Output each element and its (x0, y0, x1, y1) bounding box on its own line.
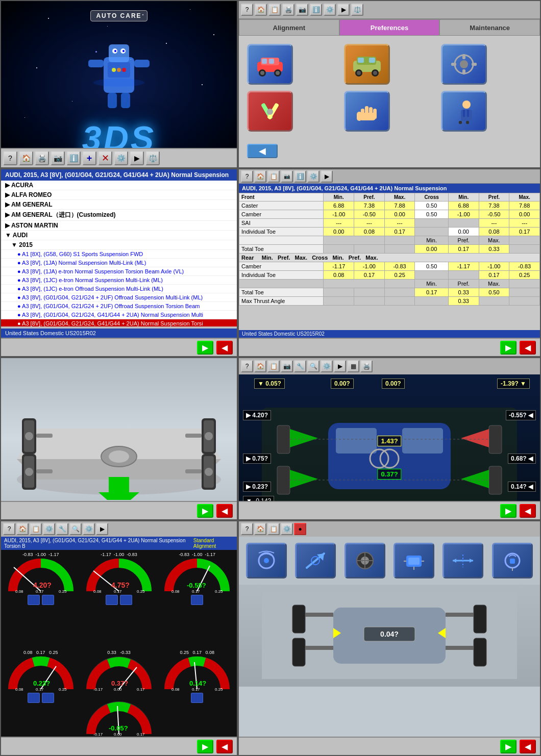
svg-text:-0.17: -0.17 (93, 687, 103, 692)
pref-icon-person[interactable] (441, 91, 487, 132)
model-a3-g01[interactable]: ● A3 [8V], (G01/G04, G21/G24 + 2UF) Offr… (1, 293, 237, 302)
camera-btn[interactable]: 📷 (51, 151, 65, 165)
gauge-help[interactable]: ? (3, 523, 15, 535)
equip-home[interactable]: 🏠 (254, 523, 266, 535)
gauge-doc[interactable]: 📋 (30, 523, 42, 535)
specs-help[interactable]: ? (241, 170, 253, 183)
tab-preferences[interactable]: Preferences (339, 19, 440, 36)
svg-text:0.17: 0.17 (137, 687, 145, 692)
pref-fwd-btn[interactable]: ▶ (337, 4, 350, 16)
equip-gear[interactable]: ⚙️ (281, 523, 293, 535)
pref-icon-car[interactable] (247, 44, 293, 85)
live-fwd[interactable]: ▶ (334, 360, 346, 372)
model-a3-g01b[interactable]: ● A3 [8V], (G01/G04, G21/G24 + 2UF) Offr… (1, 302, 237, 311)
pref-scale2-btn[interactable]: ⚖️ (351, 4, 363, 16)
pref-icon-wrench[interactable] (247, 91, 293, 132)
add-btn[interactable]: + (82, 151, 96, 165)
gauges-back-btn[interactable]: ◀ (216, 740, 233, 753)
pref-icon-hand[interactable] (344, 91, 390, 132)
equip-icon-wheel1[interactable] (345, 543, 385, 578)
close-btn[interactable]: ✕ (98, 151, 112, 165)
equip-red-dot[interactable]: ● (294, 523, 306, 535)
home-btn[interactable]: 🏠 (19, 151, 33, 165)
help-btn[interactable]: ? (3, 151, 17, 165)
tab-alignment[interactable]: Alignment (239, 19, 339, 36)
tab-maintenance[interactable]: Maintenance (439, 19, 540, 36)
year-2015[interactable]: ▼ 2015 (1, 240, 237, 250)
live-cam[interactable]: 📷 (281, 360, 293, 372)
model-a3-1ja[interactable]: ● A3 [8V], (1JA) Normal Suspension Multi… (1, 259, 237, 267)
pref-gear-btn[interactable]: ⚙️ (324, 4, 336, 16)
equip-icon-sensor2[interactable] (394, 543, 434, 578)
equip-next-btn[interactable]: ▶ (500, 740, 517, 753)
equip-icon-arrow-horiz[interactable] (442, 543, 483, 578)
specs-fwd[interactable]: ▶ (321, 170, 333, 183)
specs-gear[interactable]: ⚙️ (307, 170, 319, 183)
model-a3-1ja2[interactable]: ● A3 [8V], (1JA) e-tron Normal Suspensio… (1, 267, 237, 276)
gauge-zoom[interactable]: 🔍 (69, 523, 82, 535)
scale-btn[interactable]: ⚖️ (145, 151, 160, 165)
make-amg2[interactable]: ▶ AM GENERAL（进口）(Customized) (1, 210, 237, 221)
pref-camera2-btn[interactable]: 📷 (296, 4, 308, 16)
equip-icon-sensor1[interactable] (246, 543, 287, 578)
live-home[interactable]: 🏠 (254, 360, 266, 372)
model-a1[interactable]: ● A1 [8X], (G58, G60) S1 Sports Suspensi… (1, 250, 237, 259)
pref-print-btn[interactable]: 🖨️ (282, 4, 294, 16)
model-a3-1jc[interactable]: ● A3 [8V], (1JC) e-tron Normal Suspensio… (1, 276, 237, 285)
live-gear[interactable]: ⚙️ (321, 360, 333, 372)
specs-status: United States Domestic US2015R02 (239, 330, 540, 338)
specs-home[interactable]: 🏠 (254, 170, 266, 183)
model-a3-1jc2[interactable]: ● A3 [8V], (1JC) e-tron Offroad Suspensi… (1, 285, 237, 293)
make-audi[interactable]: ▼ AUDI (1, 231, 237, 240)
live-print[interactable]: 🖨️ (360, 360, 373, 372)
live-help[interactable]: ? (241, 360, 253, 372)
pref-info2-btn[interactable]: ℹ️ (310, 4, 322, 16)
pref-home-btn[interactable]: 🏠 (255, 4, 267, 16)
diagram-back-btn[interactable]: ◀ (216, 504, 233, 518)
live-val-r2: 0.68? ◀ (508, 453, 536, 464)
equip-doc[interactable]: 📋 (267, 523, 280, 535)
specs-info[interactable]: ℹ️ (294, 170, 306, 183)
live-next-btn[interactable]: ▶ (500, 504, 517, 518)
make-amg[interactable]: ▶ AM GENERAL (1, 200, 237, 210)
specs-next-btn[interactable]: ▶ (500, 341, 517, 355)
next-btn[interactable]: ▶ (130, 151, 144, 165)
pref-icon-car2[interactable] (344, 44, 390, 85)
svg-rect-152 (292, 638, 305, 666)
gauge-fwd[interactable]: ▶ (96, 523, 108, 535)
equip-help[interactable]: ? (241, 523, 253, 535)
info-btn[interactable]: ℹ️ (66, 151, 81, 165)
live-back-btn[interactable]: ◀ (520, 504, 536, 518)
live-zoom[interactable]: 🔍 (307, 360, 319, 372)
make-alfa[interactable]: ▶ ALFA ROMEO (1, 190, 237, 200)
vehicle-back-btn[interactable]: ◀ (216, 341, 233, 355)
diagram-next-btn[interactable]: ▶ (197, 504, 213, 518)
model-a3-g01c[interactable]: ● A3 [8V], (G01/G04, G21/G24, G41/G44 + … (1, 311, 237, 319)
model-a3-selected[interactable]: ● A3 [8V], (G01/G04, G21/G24, G41/G44 + … (1, 319, 237, 326)
gauge-gear[interactable]: ⚙️ (83, 523, 95, 535)
vehicle-diagram-svg (7, 377, 231, 500)
equip-back-btn[interactable]: ◀ (520, 740, 536, 753)
settings-btn[interactable]: ⚙️ (114, 151, 128, 165)
gauge-tool[interactable]: ⚙️ (43, 523, 55, 535)
pref-doc-btn[interactable]: 📋 (268, 4, 281, 16)
gauges-next-btn[interactable]: ▶ (197, 740, 213, 753)
specs-cam[interactable]: 📷 (281, 170, 293, 183)
live-doc[interactable]: 📋 (267, 360, 280, 372)
vehicle-next-btn[interactable]: ▶ (197, 341, 213, 355)
make-acura[interactable]: ▶ ACURA (1, 181, 237, 190)
pref-back-btn[interactable]: ◀ (247, 144, 278, 158)
make-aston[interactable]: ▶ ASTON MARTIN (1, 221, 237, 231)
pref-icon-gear[interactable] (441, 44, 487, 85)
live-tool[interactable]: 🔧 (294, 360, 306, 372)
live-grid[interactable]: ▦ (347, 360, 359, 372)
equip-icon-sensor3[interactable] (492, 543, 533, 578)
specs-back-btn[interactable]: ◀ (520, 341, 536, 355)
gauge-title-bar: AUDI, 2015, A3 [8V], (G01/G04, G21/G24, … (1, 537, 237, 550)
gauge-wrench[interactable]: 🔧 (56, 523, 68, 535)
printer-btn[interactable]: 🖨️ (35, 151, 49, 165)
equip-icon-arrow-ur[interactable] (295, 543, 336, 578)
specs-doc[interactable]: 📋 (267, 170, 280, 183)
pref-help-btn[interactable]: ? (241, 4, 253, 16)
gauge-home[interactable]: 🏠 (16, 523, 29, 535)
